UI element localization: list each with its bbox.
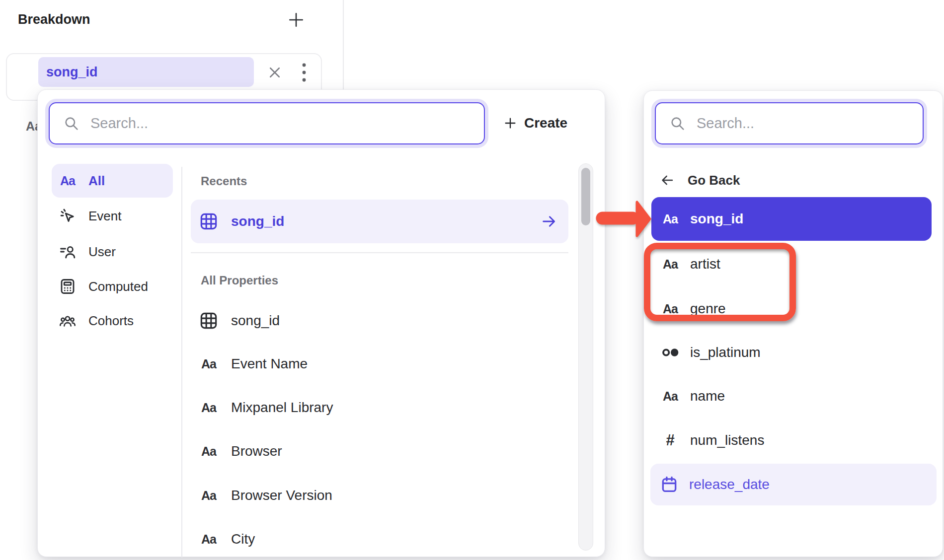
grid-table-icon (198, 311, 219, 331)
sidebar-item-cohorts[interactable]: Cohorts (52, 306, 173, 336)
field-row-num-listens[interactable]: # num_listens (651, 425, 932, 455)
add-breakdown-button[interactable] (286, 10, 306, 30)
aa-icon: Aa (198, 489, 219, 503)
scrollbar-track[interactable] (578, 163, 593, 551)
all-properties-header: All Properties (201, 274, 278, 287)
remove-breakdown-button[interactable] (263, 61, 286, 84)
calculator-icon (58, 278, 78, 295)
grid-table-icon (198, 211, 219, 231)
recent-property-song-id[interactable]: song_id (191, 200, 568, 243)
aa-icon: Aa (660, 257, 680, 272)
recents-header: Recents (201, 174, 247, 188)
arrow-right-icon (541, 213, 557, 232)
sidebar-item-all[interactable]: Aa All (52, 164, 173, 198)
breakdown-property-chip[interactable]: song_id (38, 57, 254, 87)
sidebar-item-event[interactable]: Event (52, 201, 173, 231)
field-row-name[interactable]: Aa name (651, 381, 932, 411)
property-picker-panel: Create Aa All Event User Computed (37, 89, 605, 557)
underlying-card-edge (343, 0, 344, 90)
property-picker-screen: Breakdown Aa song_id Create Aa All (0, 0, 944, 560)
aa-icon: Aa (660, 212, 680, 226)
aa-icon: Aa (198, 444, 219, 459)
aa-icon: Aa (198, 357, 219, 371)
property-row-event-name[interactable]: Aa Event Name (191, 349, 568, 379)
value-search-input[interactable] (697, 115, 873, 132)
sidebar-item-computed[interactable]: Computed (52, 272, 173, 301)
field-row-release-date[interactable]: release_date (650, 464, 937, 505)
scrollbar-thumb[interactable] (581, 168, 590, 225)
close-icon (267, 65, 282, 80)
people-group-icon (58, 312, 78, 330)
calendar-icon (659, 475, 679, 494)
property-row-browser-version[interactable]: Aa Browser Version (191, 481, 568, 510)
event-cursor-icon (58, 207, 78, 225)
field-row-song-id-selected[interactable]: Aa song_id (651, 197, 932, 241)
property-row-city[interactable]: Aa City (191, 524, 568, 554)
list-section-divider (191, 252, 568, 253)
search-icon (64, 116, 79, 132)
boolean-icon (660, 343, 680, 362)
create-button-label: Create (524, 115, 567, 131)
search-icon (670, 116, 686, 132)
field-row-is-platinum[interactable]: is_platinum (651, 338, 932, 367)
user-person-icon (58, 243, 78, 261)
aa-icon: Aa (660, 389, 680, 404)
go-back-button[interactable]: Go Back (654, 165, 740, 195)
property-row-song-id[interactable]: song_id (191, 306, 568, 336)
kebab-menu-icon (301, 62, 307, 83)
field-row-genre[interactable]: Aa genre (651, 294, 932, 324)
create-property-button[interactable]: Create (503, 106, 567, 140)
property-search-box (49, 102, 485, 144)
property-value-panel: Go Back Aa song_id Aa artist Aa genre is… (643, 90, 943, 557)
aa-icon: Aa (198, 401, 219, 415)
aa-icon: Aa (198, 532, 219, 547)
property-row-browser[interactable]: Aa Browser (191, 436, 568, 466)
breakdown-section-title: Breakdown (18, 12, 90, 27)
aa-icon: Aa (58, 174, 78, 188)
chip-options-menu-button[interactable] (294, 61, 314, 84)
panel-divider (181, 167, 182, 558)
value-search-box (655, 102, 924, 144)
hash-icon: # (660, 431, 680, 449)
property-search-input[interactable] (90, 115, 385, 132)
property-row-mixpanel-library[interactable]: Aa Mixpanel Library (191, 393, 568, 422)
aa-icon: Aa (660, 302, 680, 316)
arrow-left-icon (660, 173, 675, 188)
sidebar-item-user[interactable]: User (52, 237, 173, 267)
plus-icon (287, 11, 305, 29)
chip-property-label: song_id (46, 65, 98, 80)
plus-icon (503, 116, 517, 130)
field-row-artist[interactable]: Aa artist (651, 249, 932, 279)
